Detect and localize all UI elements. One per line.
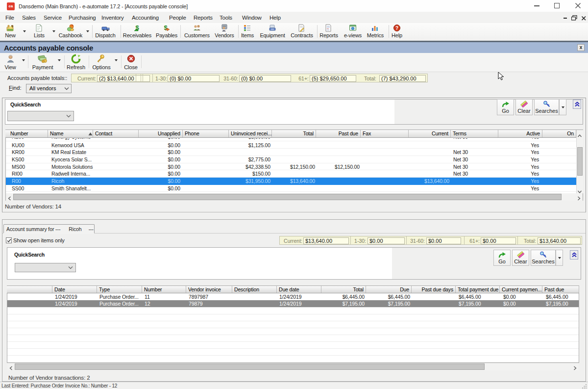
svg-text:?: ? — [395, 26, 398, 31]
